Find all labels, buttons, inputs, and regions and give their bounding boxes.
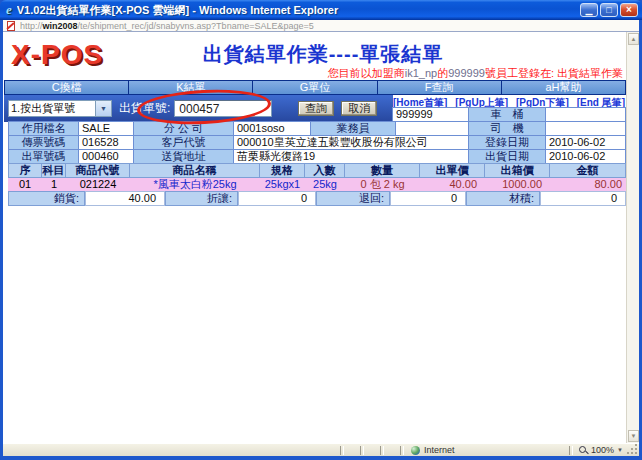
- item-product-name: *風車太白粉25kg: [130, 178, 260, 191]
- window-frame-bottom: [0, 456, 642, 460]
- branch-value: 0001soso: [233, 121, 311, 136]
- login-merchant: ik1_np: [405, 67, 437, 79]
- register-date-value: 2010-06-02: [545, 135, 626, 150]
- query-mode-select[interactable]: 1.按出貨單號 ▼: [8, 100, 112, 117]
- broken-page-icon: [7, 21, 15, 31]
- status-panel: [365, 445, 379, 456]
- scroll-down-button[interactable]: ▼: [628, 430, 639, 442]
- status-divider: [340, 446, 344, 455]
- page-content: X-POS 出貨結單作業----單張結單 您目前以加盟商ik1_np的99999…: [3, 32, 639, 443]
- chevron-down-icon[interactable]: ▼: [95, 101, 111, 116]
- menu-item-query[interactable]: F查詢: [378, 81, 501, 94]
- status-panel: [385, 445, 399, 456]
- return-label: 退回:: [316, 191, 390, 206]
- order-no-label: 出貨單號:: [119, 100, 170, 117]
- header-product-code: 商品代號: [66, 164, 130, 177]
- xpos-logo: X-POS: [11, 39, 103, 71]
- item-quantity: 0 包 2 kg: [345, 178, 420, 191]
- item-product-code: 021224: [66, 178, 130, 191]
- address-url[interactable]: http://win2008/te/shipment_rec/jd/snabyv…: [20, 21, 314, 31]
- login-employee: 999999: [448, 67, 485, 79]
- item-box-price: 1000.00: [485, 178, 550, 191]
- customer-label: 客戶代號: [133, 135, 234, 150]
- header-unit-price: 出單價: [420, 164, 485, 177]
- status-divider: [380, 446, 384, 455]
- magnifier-icon: [578, 445, 588, 455]
- internet-explorer-icon: e: [6, 2, 12, 18]
- item-row[interactable]: 01 1 021224 *風車太白粉25kg 25kgx1 25kg 0 包 2…: [8, 178, 626, 191]
- header-seq: 序: [8, 164, 42, 177]
- header-account: 科目: [42, 164, 66, 177]
- voucher-value: 016528: [78, 135, 134, 150]
- scroll-down-icon: ▼: [631, 433, 637, 439]
- url-host: win2008: [43, 21, 78, 31]
- minimize-icon: ▁: [586, 5, 593, 15]
- cancel-button[interactable]: 取消: [341, 101, 377, 116]
- register-date-label: 登錄日期: [468, 135, 546, 150]
- maximize-icon: □: [606, 5, 611, 15]
- menu-item-settle[interactable]: K結單: [129, 81, 252, 94]
- url-path: /te/shipment_rec/jd/snabyvns.asp?Tbname=…: [78, 21, 314, 31]
- employee-no-field[interactable]: 999999: [392, 107, 469, 122]
- ship-date-value: 2010-06-02: [545, 149, 626, 164]
- menu-item-help[interactable]: aH幫助: [502, 81, 625, 94]
- page-title: 出貨結單作業----單張結單: [133, 41, 513, 68]
- query-bar: 1.按出貨單號 ▼ 出貨單號: 查詢 取消: [4, 95, 393, 122]
- file-label: 作用檔名: [8, 121, 79, 136]
- discount-label: 折讓:: [165, 191, 238, 206]
- ship-date-label: 出貨日期: [468, 149, 546, 164]
- order-no-input[interactable]: [174, 100, 272, 117]
- sales-label: 銷貨:: [8, 191, 85, 206]
- item-seq: 01: [8, 178, 42, 191]
- address-bar: http://win2008/te/shipment_rec/jd/snabyv…: [3, 20, 639, 32]
- scroll-up-icon: ▲: [631, 36, 637, 42]
- item-pack-qty: 25kg: [305, 178, 345, 191]
- driver-field[interactable]: [545, 121, 626, 136]
- close-button[interactable]: ×: [620, 3, 638, 17]
- zoom-dropdown-icon[interactable]: ▼: [617, 447, 623, 453]
- items-header-row: 序 科目 商品代號 商品名稱 規格 入數 數量 出單價 出箱價 金額: [8, 163, 626, 178]
- items-table: 序 科目 商品代號 商品名稱 規格 入數 數量 出單價 出箱價 金額 01 1 …: [8, 163, 626, 191]
- scroll-up-button[interactable]: ▲: [628, 33, 639, 45]
- order-label: 出單號碼: [8, 149, 79, 164]
- security-zone-label: Internet: [424, 445, 455, 455]
- login-suffix: 號員工登錄在: 出貨結單作業: [485, 67, 623, 79]
- status-bar: Internet 100% ▼: [3, 443, 639, 456]
- address-label: 送貨地址: [133, 149, 234, 164]
- browser-window: e V1.02出貨結單作業[X-POS 雲端網] - Windows Inter…: [0, 0, 642, 460]
- status-divider: [569, 446, 573, 455]
- security-zone: Internet: [405, 445, 513, 455]
- sales-value: 40.00: [85, 191, 165, 206]
- zoom-level: 100%: [591, 445, 614, 455]
- discount-value: 0: [238, 191, 316, 206]
- status-panel: [345, 445, 359, 456]
- maximize-button[interactable]: □: [600, 3, 618, 17]
- status-divider: [400, 446, 404, 455]
- truck-field[interactable]: [545, 107, 626, 122]
- driver-label: 司 機: [468, 121, 546, 136]
- zoom-control[interactable]: 100% ▼: [574, 445, 627, 455]
- vertical-scrollbar[interactable]: ▲ ▼: [626, 32, 639, 443]
- close-icon: ×: [626, 4, 632, 15]
- menu-item-change-file[interactable]: C換檔: [5, 81, 128, 94]
- window-title: V1.02出貨結單作業[X-POS 雲端網] - Windows Interne…: [17, 3, 580, 18]
- order-value: 000460: [78, 149, 134, 164]
- status-divider: [360, 446, 364, 455]
- minimize-button[interactable]: ▁: [580, 3, 598, 17]
- volume-label: 材積:: [466, 191, 540, 206]
- truck-label: 車 桶: [468, 107, 546, 122]
- header-product-name: 商品名稱: [130, 164, 260, 177]
- resize-grip[interactable]: [627, 444, 639, 456]
- voucher-label: 傳票號碼: [8, 135, 79, 150]
- menu-item-unit[interactable]: G單位: [253, 81, 376, 94]
- login-prefix: 您目前以加盟商: [328, 67, 405, 79]
- address-value: 苗栗縣光復路19: [233, 149, 469, 164]
- header-quantity: 數量: [345, 164, 420, 177]
- branch-label: 分 公 司: [133, 121, 234, 136]
- item-spec: 25kgx1: [260, 178, 305, 191]
- search-button[interactable]: 查詢: [298, 101, 334, 116]
- salesman-label: 業務員: [310, 121, 396, 136]
- query-mode-selected: 1.按出貨單號: [9, 101, 95, 116]
- header-amount: 金額: [550, 164, 626, 177]
- customer-value: 000010皇英立達五穀豐收股份有限公司: [233, 135, 469, 150]
